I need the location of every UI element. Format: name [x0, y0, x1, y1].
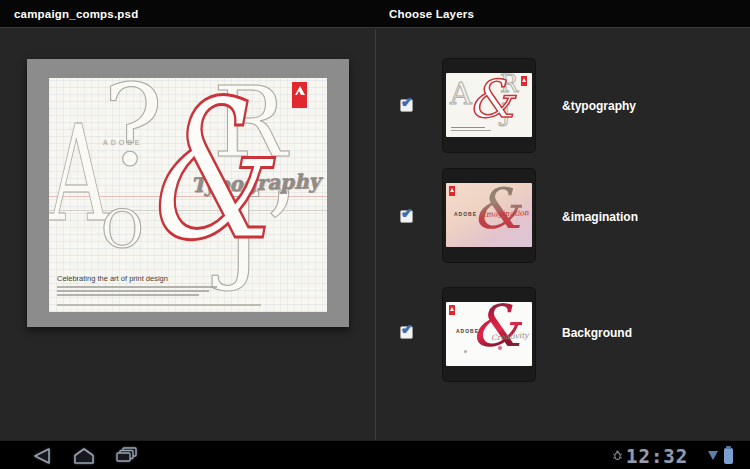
system-bar: 12:32 [0, 440, 750, 469]
layer-checkbox-imagination[interactable]: ✔ [400, 210, 413, 223]
adobe-logo-icon [292, 82, 307, 108]
back-button[interactable] [28, 446, 56, 466]
fine-print-line [57, 304, 261, 306]
battery-icon [724, 448, 733, 464]
paint-splatter [464, 350, 467, 353]
caption-text-line [57, 290, 209, 292]
document-title: campaign_comps.psd [14, 0, 138, 28]
mini-painted-ampersand: & [470, 302, 522, 351]
clock: 12:32 [626, 444, 698, 468]
layer-thumbnail-background[interactable]: & ADOBE Creativity [442, 287, 536, 382]
action-bar: campaign_comps.psd Choose Layers [0, 0, 750, 28]
adobe-word: ADOBE [103, 140, 143, 146]
layer-checkbox-background[interactable]: ✔ [400, 326, 413, 339]
home-button[interactable] [70, 446, 98, 466]
poster-canvas: A ? O ADOBE R J’ Typography & Celebratin… [49, 78, 327, 312]
mini-brand-text: ADOBE [456, 328, 479, 334]
checkmark-icon: ✔ [401, 205, 413, 221]
adobe-logo-icon [521, 76, 527, 86]
caption-text-line [57, 294, 199, 296]
choose-layers-title: Choose Layers [389, 0, 474, 28]
adobe-logo-icon [449, 186, 455, 196]
usb-debug-icon [612, 450, 623, 461]
recent-apps-button[interactable] [112, 446, 140, 466]
mini-brand-text: ADOBE [454, 211, 477, 217]
poster-caption-heading: Celebrating the art of print design [57, 274, 168, 283]
status-area[interactable]: 12:32 [612, 441, 742, 469]
thumbnail-art: & ADOBE Creativity [446, 302, 532, 366]
mini-text-line [451, 127, 485, 129]
sketch-letter-o: O [101, 208, 144, 251]
thumbnail-art: & ADOBE Imagination [446, 183, 532, 247]
checkmark-icon: ✔ [401, 321, 413, 337]
layer-label-background[interactable]: Background [562, 325, 632, 341]
layer-label-typography[interactable]: &typography [562, 98, 636, 114]
paint-splatter [498, 346, 502, 350]
mini-red-ampersand: & [468, 77, 514, 121]
panel-divider [375, 29, 376, 440]
sketch-letter-a: A [49, 120, 108, 228]
app-screen: campaign_comps.psd Choose Layers A ? O A… [0, 0, 750, 469]
thumbnail-art: A R J & [446, 73, 532, 137]
adobe-logo-icon [449, 305, 455, 315]
mini-script-text: Imagination [483, 208, 529, 219]
layer-thumbnail-typography[interactable]: A R J & [442, 58, 536, 153]
mini-text-line [451, 130, 491, 132]
caption-text-line [57, 286, 217, 288]
layer-label-imagination[interactable]: &imagination [562, 209, 638, 225]
document-preview-frame: A ? O ADOBE R J’ Typography & Celebratin… [27, 59, 349, 327]
red-ampersand: & [143, 88, 269, 253]
layer-checkbox-typography[interactable]: ✔ [400, 99, 413, 112]
signal-icon [708, 451, 718, 460]
checkmark-icon: ✔ [401, 94, 413, 110]
mini-script-text: Creativity [491, 331, 529, 343]
layer-thumbnail-imagination[interactable]: & ADOBE Imagination [442, 168, 536, 263]
